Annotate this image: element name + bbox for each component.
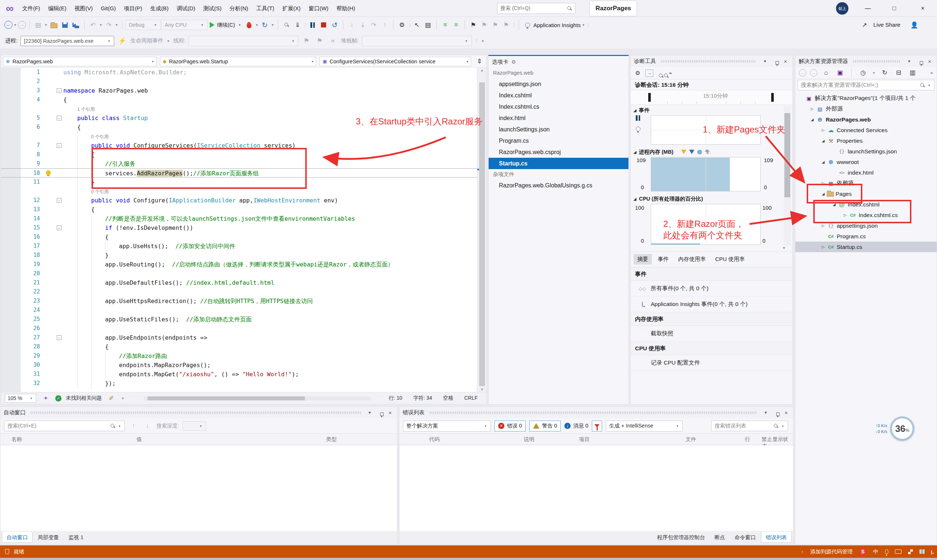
search-prev-icon[interactable]: ↑ (128, 421, 139, 431)
unflag-thread-icon[interactable]: ⚑ (314, 36, 325, 46)
switch-views-icon[interactable]: ▣ (835, 68, 845, 78)
quick-search-box[interactable]: 搜索 (Ctrl+Q) (497, 3, 575, 14)
breakpoint-margin[interactable] (1, 205, 21, 214)
step-into-icon[interactable]: ⇣ (358, 20, 368, 30)
window-position-icon[interactable]: ▾ (366, 410, 373, 415)
class-dropdown[interactable]: ◆ RazorPages.web.Startup▾ (160, 57, 317, 66)
lifecycle-events-label[interactable]: 生命周期事件 (130, 37, 163, 44)
tree-item[interactable]: <>index.html (795, 167, 937, 178)
close-panel-icon[interactable]: × (782, 58, 789, 65)
menu-item[interactable]: 视图(V) (71, 3, 97, 14)
fold-margin[interactable] (55, 68, 63, 77)
user-avatar[interactable]: 创上 (836, 2, 848, 15)
tree-item[interactable]: {}launchSettings.json (795, 146, 937, 157)
open-file-item[interactable]: Program.cs (489, 135, 628, 146)
flag-thread-icon[interactable]: ⚑ (301, 36, 311, 46)
panel-tab[interactable]: 命令窗口 (730, 532, 760, 543)
notifications-bell-icon[interactable] (931, 549, 932, 554)
diag-settings-icon[interactable]: ⚙ (635, 69, 640, 77)
diag-tab[interactable]: CPU 使用率 (712, 254, 748, 265)
fold-margin[interactable]: - (55, 114, 63, 123)
tree-item[interactable]: ▷▦依赖项 (795, 178, 937, 189)
error-source-select[interactable]: 生成 + IntelliSense▾ (606, 420, 683, 432)
navigate-back-caret[interactable]: ▾ (13, 23, 17, 27)
search-next-icon[interactable]: ↓ (142, 421, 152, 431)
charts-collapse-arrow-icon[interactable]: ▼ (782, 246, 786, 250)
timeline-end-marker[interactable] (771, 93, 774, 102)
menu-item[interactable]: 测试(S) (199, 3, 225, 14)
cpu-chart[interactable] (651, 204, 760, 245)
scroll-up-icon[interactable]: ▲ (477, 68, 486, 72)
breakpoint-margin[interactable] (1, 114, 21, 123)
breakpoint-margin[interactable] (1, 177, 21, 187)
breakpoint-margin[interactable] (1, 187, 21, 196)
panel-tab[interactable]: 错误列表 (761, 532, 792, 543)
split-window-icon[interactable]: ⇕ (474, 56, 485, 67)
timeline-start-marker[interactable] (648, 93, 651, 102)
tree-item[interactable]: ▷C#Index.cshtml.cs (795, 210, 937, 220)
open-file-item[interactable]: RazorPages.web.GlobalUsings.g.cs (489, 180, 628, 191)
add-to-source-control-button[interactable]: 添加到源代码管理 (810, 548, 853, 555)
close-panel-icon[interactable]: × (926, 58, 933, 65)
continue-button[interactable]: 继续(C)▾ (208, 22, 243, 29)
ime-language-indicator[interactable]: 中 (873, 548, 879, 555)
fold-margin[interactable] (55, 77, 63, 86)
lightbulb-icon[interactable] (46, 170, 51, 175)
keyboard-icon[interactable] (895, 549, 902, 554)
fold-margin[interactable] (55, 104, 63, 114)
indent-lines-icon[interactable]: ≡ (440, 20, 450, 30)
column-header[interactable]: 项目 (579, 436, 590, 443)
redo-caret[interactable]: ▾ (115, 23, 118, 27)
tree-collapsed-icon[interactable]: ▷ (820, 224, 827, 228)
fold-collapse-icon[interactable]: - (57, 143, 62, 148)
warnings-filter-button[interactable]: 警告 0 (529, 420, 561, 432)
tree-expanded-icon[interactable]: ◢ (820, 192, 827, 196)
close-panel-icon[interactable]: × (386, 409, 394, 416)
diag-tab[interactable]: 事件 (654, 254, 672, 265)
stop-debugging-icon[interactable] (318, 20, 329, 30)
step-over-icon[interactable]: ↷ (369, 20, 379, 30)
fold-margin[interactable] (55, 251, 63, 260)
app-insights-events-link[interactable]: Application Insights 事件(0 个, 共 0 个) (631, 297, 792, 312)
fold-margin[interactable] (55, 132, 63, 141)
events-chart[interactable] (651, 115, 760, 145)
fold-margin[interactable]: - (55, 333, 63, 342)
breakpoint-margin[interactable] (1, 251, 21, 260)
code-area[interactable]: 1using Microsoft.AspNetCore.Builder;23-n… (1, 68, 486, 392)
breakpoint-margin[interactable] (1, 104, 21, 114)
breakpoint-margin[interactable] (1, 77, 21, 86)
open-file-item[interactable]: index.html (489, 112, 628, 124)
fold-margin[interactable] (55, 315, 63, 324)
fold-collapse-icon[interactable]: - (57, 198, 62, 203)
breakpoint-margin[interactable] (1, 86, 21, 95)
diag-tab[interactable]: 摘要 (634, 254, 652, 265)
se-forward-icon[interactable]: → (810, 69, 817, 77)
toolbar-overflow-icon[interactable]: » (931, 70, 933, 75)
fold-margin[interactable] (55, 287, 63, 297)
scroll-down-icon[interactable]: ▼ (477, 388, 486, 391)
fold-margin[interactable] (55, 260, 63, 269)
tree-expanded-icon[interactable]: ◢ (820, 160, 827, 164)
panel-tab[interactable]: 断点 (710, 532, 729, 543)
open-file-item[interactable]: RazorPages.web.csproj (489, 146, 628, 158)
fold-margin[interactable] (55, 123, 63, 132)
menu-item[interactable]: 扩展(X) (278, 3, 305, 14)
menu-item[interactable]: 分析(N) (225, 3, 252, 14)
codelens-label[interactable]: 0 个引用 (91, 134, 109, 140)
tree-item[interactable]: C#Program.cs (795, 231, 937, 242)
eol-mode[interactable]: CRLF (464, 395, 478, 402)
editor-vertical-scrollbar[interactable]: ▲ ▼ (477, 68, 486, 392)
gear-icon[interactable]: ⚙ (511, 59, 516, 65)
error-list-body[interactable] (400, 445, 793, 531)
error-scope-select[interactable]: 整个解决方案▾ (403, 420, 491, 432)
show-next-statement-icon[interactable]: ↓ (347, 20, 357, 30)
window-position-icon[interactable]: ▾ (761, 58, 769, 64)
breakpoint-margin[interactable] (1, 214, 21, 223)
close-button[interactable]: × (911, 0, 934, 17)
find-in-code-icon[interactable] (282, 20, 292, 30)
sogou-ime-icon[interactable]: S (859, 548, 867, 555)
performance-monitor-widget[interactable]: ↑0 K/s ↓0 K/s 36% (875, 417, 914, 441)
fold-margin[interactable] (55, 306, 63, 315)
messages-filter-button[interactable]: i消息 0 (565, 422, 588, 429)
menu-item[interactable]: 工具(T) (252, 3, 278, 14)
